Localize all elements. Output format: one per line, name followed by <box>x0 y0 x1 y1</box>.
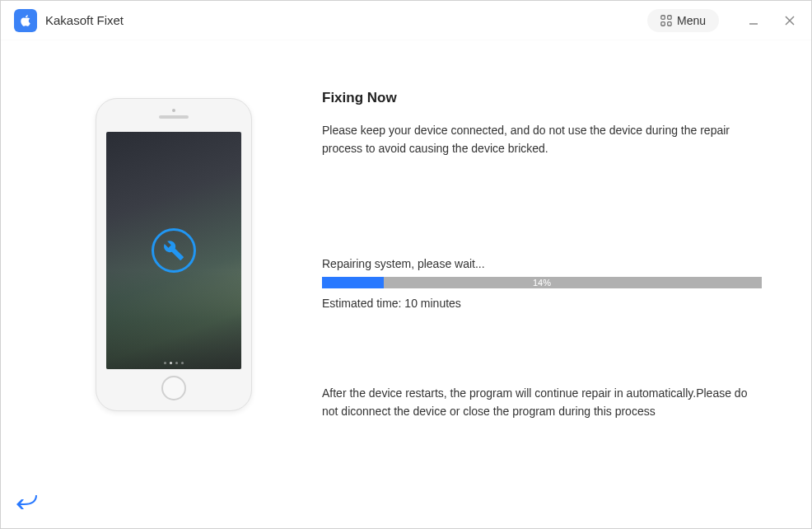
progress-label: Repairing system, please wait... <box>322 257 762 270</box>
svg-rect-2 <box>661 21 665 25</box>
footer-note: After the device restarts, the program w… <box>322 384 762 421</box>
app-logo-icon <box>14 9 37 32</box>
svg-rect-0 <box>661 15 665 18</box>
progress-percent-text: 14% <box>533 278 551 288</box>
app-title: Kakasoft Fixet <box>45 13 124 27</box>
page-dots <box>164 362 184 364</box>
info-panel: Fixing Now Please keep your device conne… <box>322 90 786 512</box>
progress-fill <box>322 277 384 288</box>
titlebar: Kakasoft Fixet Menu <box>1 1 811 40</box>
description-text: Please keep your device connected, and d… <box>322 121 762 158</box>
phone-mockup <box>96 98 252 411</box>
app-window: Kakasoft Fixet Menu <box>0 0 812 529</box>
svg-rect-3 <box>668 21 671 25</box>
progress-bar: 14% <box>322 277 762 288</box>
menu-button-label: Menu <box>677 14 706 27</box>
main-content: Fixing Now Please keep your device conne… <box>1 40 811 528</box>
phone-speaker-icon <box>159 115 189 119</box>
wrench-icon <box>152 228 196 273</box>
phone-home-button-icon <box>161 376 186 400</box>
svg-rect-1 <box>668 15 671 18</box>
device-illustration <box>26 90 322 512</box>
titlebar-controls: Menu <box>647 9 798 32</box>
close-button[interactable] <box>782 12 798 29</box>
page-heading: Fixing Now <box>322 90 762 106</box>
estimated-time: Estimated time: 10 minutes <box>322 297 762 310</box>
minimize-button[interactable] <box>745 12 762 29</box>
phone-screen <box>106 132 241 369</box>
phone-camera-icon <box>172 109 175 112</box>
menu-grid-icon <box>660 15 672 26</box>
menu-button[interactable]: Menu <box>647 9 719 32</box>
back-button[interactable] <box>16 492 37 513</box>
